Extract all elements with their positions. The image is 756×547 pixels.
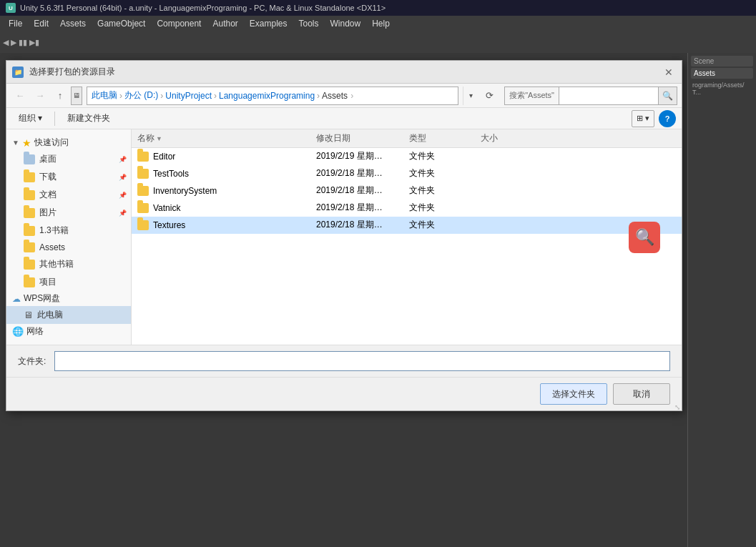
sidebar-downloads-label: 下载 (39, 171, 57, 183)
sidebar-item-pictures[interactable]: 图片 📌 (6, 204, 131, 222)
cancel-button[interactable]: 取消 (613, 383, 670, 405)
breadcrumb-drive[interactable]: 办公 (D:) (124, 89, 158, 102)
menu-file[interactable]: File (3, 17, 28, 30)
col-header-size[interactable]: 大小 (475, 132, 532, 144)
file-name-inventory: InventorySystem (132, 186, 310, 196)
file-toolbar: 组织 ▾ 新建文件夹 ⊞ ▾ ? (6, 108, 682, 129)
sidebar-item-downloads[interactable]: 下载 📌 (6, 168, 131, 186)
breadcrumb-dropdown[interactable]: ▾ (463, 87, 478, 105)
pin-icon-2: 📌 (119, 174, 127, 181)
search-input[interactable] (559, 87, 659, 105)
sidebar-books13-label: 1.3书籍 (39, 225, 69, 237)
menu-edit[interactable]: Edit (28, 17, 54, 30)
table-row[interactable]: InventorySystem 2019/2/18 星期… 文件夹 (132, 182, 682, 199)
file-type-testtools: 文件夹 (403, 167, 475, 179)
cloud-icon: ☁ (12, 294, 21, 304)
title-text: Unity 5.6.3f1 Personal (64bit) - a.unity… (20, 4, 386, 12)
breadcrumb-project[interactable]: LanguagemixPrograming (219, 91, 315, 101)
table-row[interactable]: Editor 2019/2/19 星期… 文件夹 (132, 148, 682, 165)
sidebar-item-documents[interactable]: 文档 📌 (6, 186, 131, 204)
file-type-textures: 文件夹 (403, 219, 475, 231)
menu-help[interactable]: Help (366, 17, 396, 30)
sidebar-assets-label: Assets (39, 242, 65, 252)
forward-button[interactable]: → (31, 87, 49, 105)
col-header-type[interactable]: 类型 (403, 132, 475, 144)
dialog-icon: 📁 (12, 66, 24, 78)
col-header-name[interactable]: 名称 ▼ (132, 132, 310, 144)
dialog-close-button[interactable]: ✕ (662, 65, 676, 79)
dialog-title-bar[interactable]: 📁 选择要打包的资源目录 ✕ (6, 61, 682, 84)
folder-label: 文件夹: (18, 355, 46, 368)
file-type-vatnick: 文件夹 (403, 202, 475, 214)
search-go-button[interactable]: 🔍 (659, 87, 677, 105)
folder-icon (137, 203, 149, 213)
back-button[interactable]: ← (11, 87, 29, 105)
sidebar-project-label: 项目 (39, 276, 57, 288)
file-name-vatnick: Vatnick (132, 203, 310, 213)
sidebar-item-assets[interactable]: Assets (6, 240, 131, 255)
desktop-folder-icon (24, 154, 35, 164)
sidebar-quickaccess-header[interactable]: ▼ ★ 快速访问 (6, 135, 131, 150)
sidebar-pictures-label: 图片 (39, 207, 57, 219)
up-button[interactable]: ↑ (51, 87, 69, 105)
sidebar-network[interactable]: 🌐 网络 (6, 324, 131, 339)
file-type-inventory: 文件夹 (403, 184, 475, 197)
books13-folder-icon (24, 226, 35, 236)
file-name-textures: Textures (132, 220, 310, 230)
sidebar-item-otherbooks[interactable]: 其他书籍 (6, 255, 131, 273)
table-row[interactable]: Textures 2019/2/18 星期… 文件夹 (132, 217, 682, 234)
sidebar-thispc-label: 此电脑 (37, 309, 63, 321)
view-button[interactable]: ⊞ ▾ (632, 110, 654, 127)
menu-gameobject[interactable]: GameObject (92, 17, 151, 30)
table-row[interactable]: TestTools 2019/2/18 星期… 文件夹 (132, 165, 682, 182)
menu-author[interactable]: Author (207, 17, 243, 30)
organize-button[interactable]: 组织 ▾ (12, 110, 49, 127)
pin-icon-4: 📌 (119, 210, 127, 217)
sidebar: ▼ ★ 快速访问 桌面 📌 下载 📌 文档 📌 (6, 129, 132, 345)
file-date-vatnick: 2019/2/18 星期… (310, 202, 403, 214)
sidebar-item-thispc[interactable]: 🖥 此电脑 (6, 306, 131, 324)
new-folder-button[interactable]: 新建文件夹 (61, 110, 117, 127)
folder-icon (137, 220, 149, 230)
sidebar-wps[interactable]: ☁ WPS网盘 (6, 291, 131, 306)
network-icon: 🌐 (12, 326, 24, 337)
menu-component[interactable]: Component (151, 17, 207, 30)
pictures-folder-icon (24, 208, 35, 218)
folder-input[interactable] (54, 351, 670, 371)
col-header-date[interactable]: 修改日期 (310, 132, 403, 144)
search-bar: 搜索"Assets" 🔍 (504, 87, 677, 105)
folder-icon (137, 169, 149, 179)
sidebar-item-books13[interactable]: 1.3书籍 (6, 222, 131, 240)
sidebar-network-label: 网络 (26, 325, 44, 337)
pc-icon: 🖥 (24, 310, 33, 320)
breadcrumb-unityproject[interactable]: UnityProject (165, 91, 212, 101)
unity-toolbar: ◀ ▶ ▮▮ ▶▮ (0, 31, 756, 53)
refresh-button[interactable]: ⟳ (480, 87, 499, 105)
breadcrumb-assets[interactable]: Assets (322, 91, 348, 101)
pin-icon-3: 📌 (119, 192, 127, 199)
file-list-header: 名称 ▼ 修改日期 类型 大小 (132, 129, 682, 148)
resize-handle[interactable]: ⤡ (674, 403, 682, 410)
sidebar-documents-label: 文档 (39, 189, 57, 201)
sidebar-desktop-label: 桌面 (39, 153, 57, 165)
sidebar-item-project[interactable]: 项目 (6, 273, 131, 291)
menu-window[interactable]: Window (325, 17, 367, 30)
menu-assets[interactable]: Assets (54, 17, 92, 30)
table-row[interactable]: Vatnick 2019/2/18 星期… 文件夹 (132, 199, 682, 217)
menu-tools[interactable]: Tools (293, 17, 325, 30)
sidebar-item-desktop[interactable]: 桌面 📌 (6, 150, 131, 168)
select-folder-button[interactable]: 选择文件夹 (540, 383, 607, 405)
unity-path-hint: rograming/Assets/T... (691, 80, 753, 97)
unity-right-panel: Scene Assets rograming/Assets/T... (687, 53, 756, 547)
breadcrumb-thispc[interactable]: 此电脑 (92, 89, 117, 102)
unity-panel-scene: Scene (691, 56, 753, 66)
unity-background: 📁 选择要打包的资源目录 ✕ ← → ↑ 🖥 此电脑 › 办公 (D:) › U… (0, 53, 756, 547)
file-date-textures: 2019/2/18 星期… (310, 219, 403, 231)
breadcrumb[interactable]: 此电脑 › 办公 (D:) › UnityProject › Languagem… (87, 87, 458, 105)
folder-icon (137, 152, 149, 162)
file-list: 名称 ▼ 修改日期 类型 大小 (132, 129, 682, 345)
sidebar-otherbooks-label: 其他书籍 (39, 258, 74, 270)
menu-examples[interactable]: Examples (244, 17, 293, 30)
help-button[interactable]: ? (659, 110, 676, 127)
unity-panel-assets: Assets (691, 68, 753, 79)
